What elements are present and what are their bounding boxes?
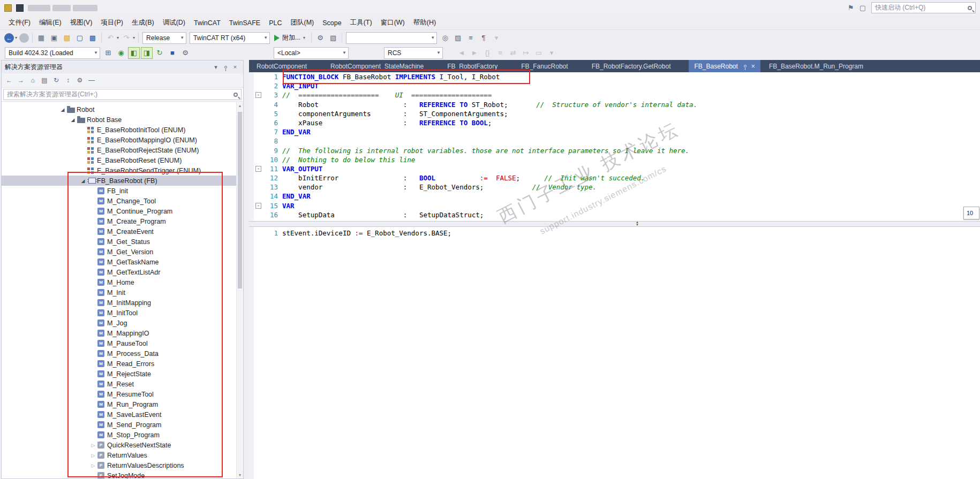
save-icon[interactable]: ▢ xyxy=(74,32,86,44)
toolbar-overflow-icon[interactable]: ▾ xyxy=(546,47,557,59)
outline-icon[interactable]: ≡ xyxy=(494,47,506,59)
startup-object-combo[interactable]: ▼ xyxy=(346,32,437,44)
platform-combo[interactable]: TwinCAT RT (x64)▼ xyxy=(190,32,270,44)
stop-icon[interactable]: ■ xyxy=(167,47,178,59)
menu-item[interactable]: 调试(D) xyxy=(159,17,190,29)
menu-item[interactable]: 团队(M) xyxy=(286,17,318,29)
tree-item[interactable]: E_BaseRobotMappingIO (ENUM) xyxy=(2,135,243,145)
chevron-down-icon[interactable]: ▼ xyxy=(180,35,184,40)
dash-icon[interactable]: — xyxy=(86,75,97,86)
link-tsproj-icon[interactable]: ⊞ xyxy=(102,47,114,59)
refresh-icon[interactable]: ↻ xyxy=(51,75,62,86)
tree-expanded-arrow-icon[interactable]: ◢ xyxy=(58,107,67,112)
menu-item[interactable]: 帮助(H) xyxy=(409,17,440,29)
menu-item[interactable]: TwinSAFE xyxy=(225,18,265,28)
frame-icon[interactable]: ▭ xyxy=(533,47,545,59)
menu-item[interactable]: Scope xyxy=(318,18,345,28)
scroll-down-icon[interactable]: ▼ xyxy=(237,473,243,477)
chevron-down-icon[interactable]: ▼ xyxy=(94,50,98,55)
editor-tab[interactable]: FB_BaseRobot.M_Run_Program xyxy=(764,60,869,72)
scroll-up-icon[interactable]: ▲ xyxy=(237,104,243,108)
nav-back-icon[interactable]: ← xyxy=(4,33,14,43)
window-position-icon[interactable]: ▾ xyxy=(211,64,221,71)
feedback-flag-icon[interactable]: ⚑ xyxy=(848,4,854,12)
menu-item[interactable]: 编辑(E) xyxy=(35,17,66,29)
tree-scrollbar[interactable]: ▲ ▼ xyxy=(236,102,243,478)
build-version-combo[interactable]: Build 4024.32 (Loaded▼ xyxy=(5,47,100,59)
config-mode-toggle-icon[interactable]: ◨ xyxy=(141,47,153,59)
new-project-icon[interactable]: ▣ xyxy=(48,32,60,44)
choose-target-icon[interactable]: ◉ xyxy=(115,47,127,59)
tree-item[interactable]: ◢Robot xyxy=(2,104,243,115)
editor-tab[interactable]: FB_BaseRobot× xyxy=(689,60,760,72)
chevron-down-icon[interactable]: ▼ xyxy=(436,50,441,55)
settings-gear-icon[interactable]: ⚙ xyxy=(179,47,191,59)
close-icon[interactable]: × xyxy=(230,64,240,71)
undo-icon[interactable]: ↶ xyxy=(104,32,116,44)
next-bookmark-icon[interactable]: ► xyxy=(469,47,480,59)
back-icon[interactable]: ← xyxy=(4,75,14,86)
chevron-down-icon[interactable]: ▼ xyxy=(431,35,435,40)
scrollbar-thumb[interactable] xyxy=(238,112,242,288)
chevron-down-icon[interactable]: ▼ xyxy=(263,35,268,40)
fold-toggle-icon[interactable]: - xyxy=(255,203,261,209)
code-pane-declarations[interactable]: 1FUNCTION_BLOCK FB_BaseRobot IMPLEMENTS … xyxy=(249,72,980,221)
search-input[interactable]: 搜索解决方案资源管理器(Ctrl+;) xyxy=(3,89,242,100)
menu-item[interactable]: 工具(T) xyxy=(346,17,376,29)
braces-icon[interactable]: {} xyxy=(481,47,493,59)
nav-forward-icon[interactable]: → xyxy=(19,33,29,43)
solution-config-combo[interactable]: Release▼ xyxy=(142,32,186,44)
collapse-all-icon[interactable]: ▤ xyxy=(39,75,50,86)
quick-launch-search[interactable]: 快速启动 (Ctrl+Q) xyxy=(871,2,976,13)
properties-gear-icon[interactable]: ⚙ xyxy=(74,75,85,86)
dropdown-caret-icon[interactable]: ▾ xyxy=(133,35,135,40)
attach-button[interactable]: 附加...▾ xyxy=(274,33,306,42)
tree-expanded-arrow-icon[interactable]: ◢ xyxy=(69,117,77,123)
pin-icon[interactable] xyxy=(221,64,230,71)
open-file-icon[interactable]: ▤ xyxy=(61,32,73,44)
list-members-icon[interactable]: ≡ xyxy=(465,32,477,44)
target-system-combo[interactable]: <Local>▼ xyxy=(274,47,349,59)
editor-tab[interactable]: FB_RobotFactory.GetRobot xyxy=(586,60,676,72)
tree-item[interactable]: E_BaseRobotInitTool (ENUM) xyxy=(2,125,243,135)
tree-item[interactable]: E_BaseRobotRejectState (ENUM) xyxy=(2,145,243,155)
compile-icon[interactable]: ▧ xyxy=(327,32,339,44)
close-icon[interactable]: × xyxy=(751,63,755,70)
code-pane-implementation[interactable]: 1stEvent.iDeviceID := E_Robot_Vendors.BA… xyxy=(249,227,980,479)
menu-item[interactable]: 文件(F) xyxy=(4,17,35,29)
rcs-combo[interactable]: RCS▼ xyxy=(384,47,443,59)
tree-item[interactable]: ◢Robot Base xyxy=(2,115,243,125)
window-switch-icon[interactable]: ▦ xyxy=(35,32,47,44)
dropdown-caret-icon[interactable]: ▾ xyxy=(15,35,17,40)
dropdown-caret-icon[interactable]: ▾ xyxy=(117,35,119,40)
menu-item[interactable]: PLC xyxy=(265,18,286,28)
menu-item[interactable]: 视图(V) xyxy=(66,17,97,29)
menu-item[interactable]: TwinCAT xyxy=(190,18,225,28)
fold-toggle-icon[interactable]: - xyxy=(255,166,261,172)
swap-icon[interactable]: ⇄ xyxy=(507,47,519,59)
restart-twincat-icon[interactable]: ↻ xyxy=(154,47,165,59)
prev-bookmark-icon[interactable]: ◄ xyxy=(456,47,468,59)
menu-item[interactable]: 窗口(W) xyxy=(376,17,409,29)
free-run-toggle-icon[interactable]: ◧ xyxy=(128,47,140,59)
build-icon[interactable]: ⚙ xyxy=(314,32,326,44)
editor-splitter[interactable]: ▲▼ xyxy=(249,221,980,227)
find-in-files-icon[interactable]: ◎ xyxy=(439,32,451,44)
fold-toggle-icon[interactable]: - xyxy=(255,92,261,98)
goto-icon[interactable]: ↦ xyxy=(520,47,532,59)
home-icon[interactable]: ⌂ xyxy=(27,75,38,86)
splitter-grip-icon[interactable]: ▲▼ xyxy=(636,221,639,226)
menu-item[interactable]: 生成(B) xyxy=(127,17,159,29)
redo-icon[interactable]: ↷ xyxy=(120,32,132,44)
formatting-marks-icon[interactable]: ¶ xyxy=(478,32,489,44)
send-feedback-icon[interactable]: ▢ xyxy=(860,4,866,12)
chevron-down-icon[interactable]: ▼ xyxy=(342,50,346,55)
toolbox-icon[interactable]: ▨ xyxy=(452,32,464,44)
pin-icon[interactable] xyxy=(744,65,747,67)
tree-item[interactable]: E_BaseRobotReset (ENUM) xyxy=(2,155,243,165)
chevron-down-icon[interactable]: ▾ xyxy=(303,35,305,40)
toolbar-overflow-icon[interactable]: ▾ xyxy=(491,32,502,44)
save-all-icon[interactable]: ▩ xyxy=(87,32,99,44)
sync-selection-icon[interactable]: ↕ xyxy=(63,75,73,86)
menu-item[interactable]: 项目(P) xyxy=(96,17,127,29)
